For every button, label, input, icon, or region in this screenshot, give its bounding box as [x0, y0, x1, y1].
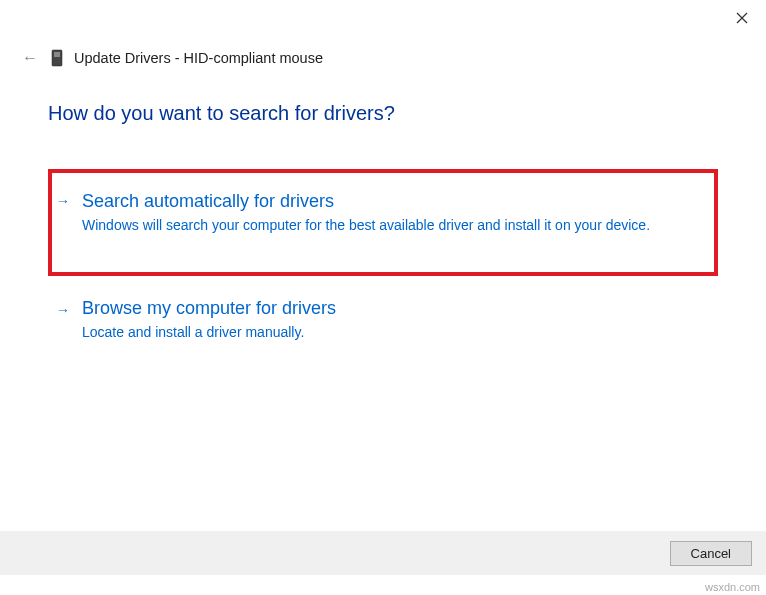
- svg-rect-3: [54, 52, 60, 57]
- back-arrow-icon[interactable]: ←: [22, 49, 42, 67]
- titlebar: [0, 0, 766, 36]
- option-title: Browse my computer for drivers: [82, 298, 700, 319]
- header: ← Update Drivers - HID-compliant mouse: [0, 36, 766, 78]
- page-heading: How do you want to search for drivers?: [48, 102, 718, 125]
- watermark: wsxdn.com: [705, 581, 760, 593]
- device-icon: [50, 48, 64, 68]
- close-icon[interactable]: [732, 8, 752, 28]
- option-description: Windows will search your computer for th…: [82, 216, 700, 236]
- option-search-automatically[interactable]: → Search automatically for drivers Windo…: [48, 169, 718, 276]
- arrow-right-icon: →: [56, 302, 70, 318]
- arrow-right-icon: →: [56, 193, 70, 209]
- option-browse-computer[interactable]: → Browse my computer for drivers Locate …: [48, 298, 718, 343]
- option-description: Locate and install a driver manually.: [82, 323, 700, 343]
- cancel-button[interactable]: Cancel: [670, 541, 752, 566]
- content-area: How do you want to search for drivers? →…: [0, 78, 766, 342]
- window-title: Update Drivers - HID-compliant mouse: [74, 50, 323, 66]
- footer: Cancel: [0, 531, 766, 575]
- option-title: Search automatically for drivers: [82, 191, 700, 212]
